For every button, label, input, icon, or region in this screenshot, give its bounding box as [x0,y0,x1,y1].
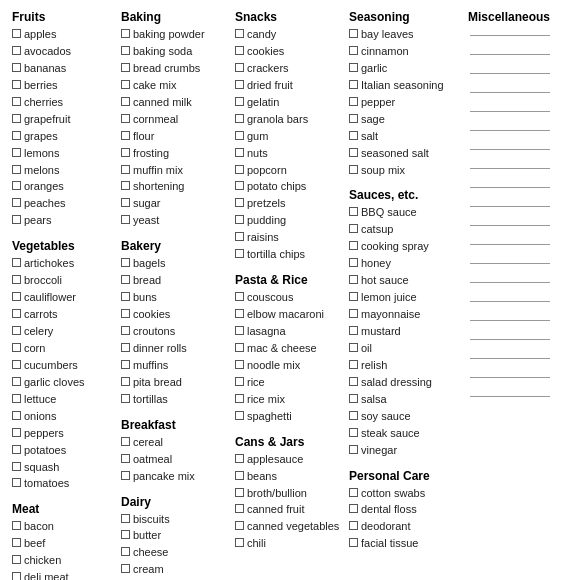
list-item[interactable]: chicken [12,553,117,569]
list-item[interactable]: potato chips [235,179,345,195]
list-item[interactable]: cookies [235,44,345,60]
list-item[interactable]: pancake mix [121,469,231,485]
checkbox-icon[interactable] [349,428,358,437]
list-item[interactable]: gelatin [235,95,345,111]
list-item[interactable]: dental floss [349,502,464,518]
list-item[interactable]: steak sauce [349,426,464,442]
list-item[interactable]: broccoli [12,273,117,289]
checkbox-icon[interactable] [12,165,21,174]
checkbox-icon[interactable] [349,521,358,530]
list-item[interactable]: cauliflower [12,290,117,306]
checkbox-icon[interactable] [12,148,21,157]
checkbox-icon[interactable] [235,411,244,420]
list-item[interactable]: applesauce [235,452,345,468]
list-item[interactable]: bagels [121,256,231,272]
checkbox-icon[interactable] [235,394,244,403]
checkbox-icon[interactable] [12,309,21,318]
checkbox-icon[interactable] [12,97,21,106]
list-item[interactable]: gum [235,129,345,145]
checkbox-icon[interactable] [349,224,358,233]
list-item[interactable]: relish [349,358,464,374]
checkbox-icon[interactable] [121,360,130,369]
list-item[interactable]: buns [121,290,231,306]
checkbox-icon[interactable] [12,428,21,437]
list-item[interactable]: oatmeal [121,452,231,468]
list-item[interactable]: cherries [12,95,117,111]
list-item[interactable]: facial tissue [349,536,464,552]
checkbox-icon[interactable] [235,504,244,513]
checkbox-icon[interactable] [349,148,358,157]
checkbox-icon[interactable] [12,377,21,386]
checkbox-icon[interactable] [349,343,358,352]
list-item[interactable]: crackers [235,61,345,77]
checkbox-icon[interactable] [349,326,358,335]
list-item[interactable]: salad dressing [349,375,464,391]
list-item[interactable]: pita bread [121,375,231,391]
checkbox-icon[interactable] [235,165,244,174]
checkbox-icon[interactable] [12,80,21,89]
checkbox-icon[interactable] [235,80,244,89]
checkbox-icon[interactable] [349,445,358,454]
checkbox-icon[interactable] [12,63,21,72]
checkbox-icon[interactable] [12,275,21,284]
checkbox-icon[interactable] [12,46,21,55]
list-item[interactable]: berries [12,78,117,94]
checkbox-icon[interactable] [12,555,21,564]
list-item[interactable]: couscous [235,290,345,306]
list-item[interactable]: sage [349,112,464,128]
list-item[interactable]: noodle mix [235,358,345,374]
list-item[interactable]: lemon juice [349,290,464,306]
list-item[interactable]: tomatoes [12,476,117,492]
list-item[interactable]: canned vegetables [235,519,345,535]
checkbox-icon[interactable] [121,165,130,174]
list-item[interactable]: mac & cheese [235,341,345,357]
checkbox-icon[interactable] [12,181,21,190]
list-item[interactable]: mayonnaise [349,307,464,323]
checkbox-icon[interactable] [349,63,358,72]
checkbox-icon[interactable] [12,29,21,38]
list-item[interactable]: dinner rolls [121,341,231,357]
checkbox-icon[interactable] [235,63,244,72]
list-item[interactable]: honey [349,256,464,272]
checkbox-icon[interactable] [121,394,130,403]
checkbox-icon[interactable] [349,411,358,420]
list-item[interactable]: oranges [12,179,117,195]
list-item[interactable]: granola bars [235,112,345,128]
checkbox-icon[interactable] [235,309,244,318]
list-item[interactable]: cream [121,562,231,578]
checkbox-icon[interactable] [349,97,358,106]
list-item[interactable]: cheese [121,545,231,561]
checkbox-icon[interactable] [121,471,130,480]
checkbox-icon[interactable] [121,114,130,123]
list-item[interactable]: butter [121,528,231,544]
checkbox-icon[interactable] [12,292,21,301]
list-item[interactable]: grapefruit [12,112,117,128]
checkbox-icon[interactable] [349,207,358,216]
list-item[interactable]: cucumbers [12,358,117,374]
list-item[interactable]: Italian seasoning [349,78,464,94]
checkbox-icon[interactable] [349,292,358,301]
checkbox-icon[interactable] [121,97,130,106]
checkbox-icon[interactable] [121,131,130,140]
list-item[interactable]: BBQ sauce [349,205,464,221]
list-item[interactable]: pretzels [235,196,345,212]
list-item[interactable]: rice [235,375,345,391]
list-item[interactable]: shortening [121,179,231,195]
list-item[interactable]: bacon [12,519,117,535]
list-item[interactable]: cookies [121,307,231,323]
checkbox-icon[interactable] [349,258,358,267]
checkbox-icon[interactable] [235,232,244,241]
checkbox-icon[interactable] [12,538,21,547]
checkbox-icon[interactable] [12,326,21,335]
checkbox-icon[interactable] [235,249,244,258]
checkbox-icon[interactable] [235,131,244,140]
list-item[interactable]: biscuits [121,512,231,528]
checkbox-icon[interactable] [121,326,130,335]
checkbox-icon[interactable] [349,538,358,547]
list-item[interactable]: spaghetti [235,409,345,425]
list-item[interactable]: dried fruit [235,78,345,94]
list-item[interactable]: deodorant [349,519,464,535]
list-item[interactable]: canned fruit [235,502,345,518]
checkbox-icon[interactable] [235,360,244,369]
checkbox-icon[interactable] [12,445,21,454]
